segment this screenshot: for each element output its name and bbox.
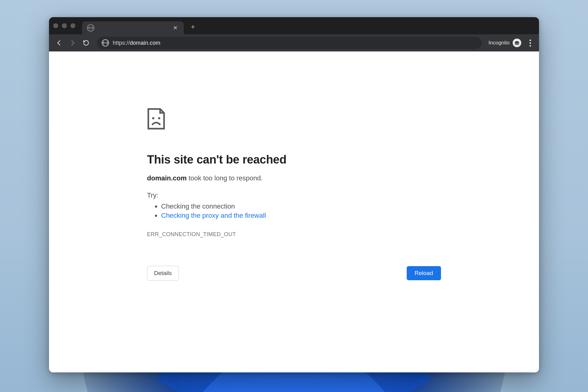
- error-panel: This site can't be reached domain.com to…: [147, 108, 441, 281]
- reload-button[interactable]: [80, 37, 92, 49]
- proxy-firewall-link[interactable]: Checking the proxy and the firewall: [161, 212, 266, 219]
- page-content: This site can't be reached domain.com to…: [49, 51, 539, 372]
- svg-rect-1: [515, 42, 519, 43]
- browser-window: ✕ ＋ https://domain.com Incognito: [49, 17, 539, 372]
- svg-point-2: [515, 43, 517, 45]
- tab-strip: ✕ ＋: [49, 17, 539, 34]
- address-bar[interactable]: https://domain.com: [97, 37, 482, 49]
- new-tab-button[interactable]: ＋: [187, 21, 199, 33]
- forward-button: [67, 37, 78, 49]
- error-message: domain.com took too long to respond.: [147, 174, 441, 182]
- try-label: Try:: [147, 191, 441, 199]
- window-close-button[interactable]: [53, 23, 58, 28]
- svg-rect-4: [152, 117, 154, 119]
- details-button[interactable]: Details: [147, 266, 179, 281]
- incognito-label: Incognito: [488, 40, 510, 46]
- error-heading: This site can't be reached: [147, 153, 441, 166]
- button-row: Details Reload: [147, 266, 441, 281]
- suggestion-item: Checking the proxy and the firewall: [161, 211, 441, 220]
- svg-rect-5: [158, 117, 160, 119]
- window-maximize-button[interactable]: [70, 23, 75, 28]
- suggestion-item: Checking the connection: [161, 202, 441, 211]
- window-controls: [53, 23, 75, 28]
- reload-page-button[interactable]: Reload: [407, 266, 441, 280]
- menu-button[interactable]: [526, 37, 535, 49]
- incognito-icon: [513, 39, 521, 47]
- globe-icon: [102, 39, 109, 47]
- window-minimize-button[interactable]: [62, 23, 67, 28]
- back-button[interactable]: [53, 37, 65, 49]
- browser-tab[interactable]: ✕: [82, 21, 184, 34]
- incognito-indicator[interactable]: Incognito: [487, 39, 523, 47]
- sad-file-icon: [147, 108, 165, 130]
- browser-toolbar: https://domain.com Incognito: [49, 34, 539, 51]
- error-code: ERR_CONNECTION_TIMED_OUT: [147, 231, 441, 238]
- globe-icon: [87, 24, 94, 32]
- svg-point-3: [517, 43, 519, 45]
- close-tab-button[interactable]: ✕: [172, 24, 179, 32]
- suggestion-list: Checking the connection Checking the pro…: [147, 202, 441, 220]
- url-text: https://domain.com: [113, 40, 477, 46]
